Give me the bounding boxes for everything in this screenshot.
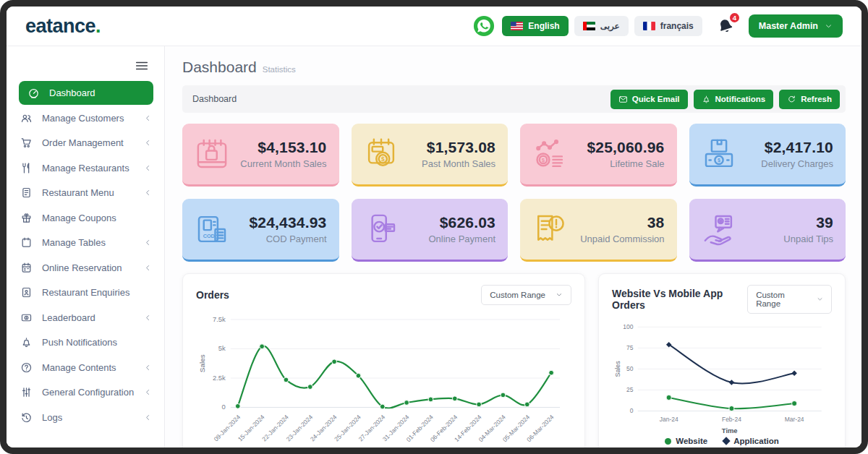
content-area: Dashboard Statistics Dashboard Quick Ema… <box>165 46 861 447</box>
sidebar-item-label: Manage Customers <box>42 113 124 124</box>
stat-card-text: $24,434.93COD Payment <box>249 214 326 244</box>
sidebar-item-label: Manage Restaurants <box>42 163 129 174</box>
chart-canvas: 02.5k5k7.5k09-Jan-202415-Jan-202422-Jan-… <box>196 308 571 447</box>
svg-text:$: $ <box>380 155 384 163</box>
chart-header: OrdersCustom Range <box>196 285 571 305</box>
breadcrumb[interactable]: Dashboard <box>192 94 237 104</box>
stat-card-text: 38Unpaid Commission <box>580 214 664 244</box>
gift-icon <box>20 212 33 224</box>
diamond-marker-icon <box>722 437 730 445</box>
header-notifications-bell[interactable]: 4 <box>717 17 734 35</box>
stat-card-unpaid-commission: 38Unpaid Commission <box>520 199 677 262</box>
language-label: English <box>528 21 559 31</box>
range-selector-value: Custom Range <box>756 291 807 308</box>
svg-text:50: 50 <box>626 365 634 372</box>
stat-value: $626.03 <box>429 214 496 231</box>
website-vs-app-chart-card: Website Vs Mobile App OrdersCustom Range… <box>598 273 846 447</box>
chevron-down-icon <box>825 22 833 30</box>
charts-row: OrdersCustom Range02.5k5k7.5k09-Jan-2024… <box>182 273 846 447</box>
legend-item-application[interactable]: Application <box>723 437 779 445</box>
stat-card-text: $2,417.10Delivery Charges <box>761 139 833 169</box>
language-button-france[interactable]: français <box>634 16 702 36</box>
sidebar-item-label: Push Notifications <box>42 337 117 348</box>
chevron-left-icon <box>143 238 153 247</box>
sidebar-item-label: General Configuration <box>42 387 134 398</box>
chevron-left-icon <box>143 188 153 197</box>
profile-menu-button[interactable]: Master Admin <box>749 14 843 38</box>
sidebar-item-manage-customers[interactable]: Manage Customers <box>7 106 164 131</box>
hand-message-icon <box>699 210 739 249</box>
stat-label: Online Payment <box>429 234 496 244</box>
uae-flag-icon <box>583 22 595 30</box>
language-button-us[interactable]: English <box>502 16 568 36</box>
notification-count-badge: 4 <box>728 12 741 24</box>
range-selector-value: Custom Range <box>490 291 545 299</box>
page-subtitle: Statistics <box>263 65 296 74</box>
language-button-uae[interactable]: عربى <box>574 16 629 36</box>
notifications-button[interactable]: Notifications <box>694 90 774 109</box>
sidebar-item-restaurant-enquiries[interactable]: Restaurant Enquiries <box>7 280 164 306</box>
action-button-label: Quick Email <box>632 95 680 103</box>
chart-legend: WebsiteApplication <box>612 437 832 445</box>
sidebar-item-manage-restaurants[interactable]: Manage Restaurants <box>7 155 164 181</box>
stat-label: Current Month Sales <box>240 158 326 169</box>
users-icon <box>20 112 33 124</box>
chevron-left-icon <box>143 387 153 397</box>
logo-dot: . <box>95 15 101 37</box>
quick-actions: Quick EmailNotificationsRefresh <box>610 90 840 109</box>
orders-chart-card: OrdersCustom Range02.5k5k7.5k09-Jan-2024… <box>182 273 585 447</box>
sidebar-item-push-notifications[interactable]: Push Notifications <box>7 330 164 356</box>
sidebar-toggle[interactable] <box>7 52 164 75</box>
sidebar-item-label: Manage Contents <box>42 362 116 373</box>
sidebar-item-manage-coupons[interactable]: Manage Coupons <box>7 205 164 231</box>
range-selector[interactable]: Custom Range <box>481 285 571 305</box>
language-switcher: Englishعربىfrançais <box>502 16 702 36</box>
email-icon <box>618 95 628 104</box>
circle-marker-icon <box>665 438 671 445</box>
quick-email-button[interactable]: Quick Email <box>610 90 688 109</box>
chart-header: Website Vs Mobile App OrdersCustom Range <box>612 285 832 314</box>
svg-text:100: 100 <box>623 323 633 330</box>
stat-label: Delivery Charges <box>761 158 833 169</box>
chevron-left-icon <box>143 413 153 422</box>
header-right-cluster: Englishعربىfrançais 4 Master Admin <box>473 14 843 38</box>
gauge-icon <box>27 87 40 99</box>
svg-text:2.5k: 2.5k <box>213 374 226 382</box>
legend-item-website[interactable]: Website <box>665 437 707 445</box>
breadcrumb-bar: Dashboard Quick EmailNotificationsRefres… <box>182 85 846 113</box>
svg-text:Time: Time <box>722 427 738 434</box>
sidebar-item-label: Order Management <box>42 137 124 148</box>
sidebar-item-general-configuration[interactable]: General Configuration <box>7 380 164 406</box>
sidebar-item-manage-contents[interactable]: Manage Contents <box>7 355 164 380</box>
svg-text:Jan-24: Jan-24 <box>660 416 678 423</box>
profile-label: Master Admin <box>759 21 818 31</box>
sidebar-item-dashboard[interactable]: Dashboard <box>19 81 153 105</box>
sidebar-item-order-management[interactable]: Order Management <box>7 131 164 156</box>
bell-icon <box>20 336 33 348</box>
sidebar-item-logs[interactable]: Logs <box>7 405 164 430</box>
stat-cards-grid: $4,153.10Current Month Sales$$1,573.08Pa… <box>182 124 846 262</box>
chart-title: Orders <box>196 289 229 301</box>
bell-icon <box>702 95 711 104</box>
range-selector[interactable]: Custom Range <box>747 285 832 314</box>
sliders-icon <box>20 386 33 398</box>
sidebar-item-leaderboard[interactable]: Leaderboard <box>7 305 164 330</box>
stat-card-delivery-charges: $$2,417.10Delivery Charges <box>689 124 846 187</box>
chevron-left-icon <box>143 363 153 372</box>
refresh-button[interactable]: Refresh <box>779 90 840 109</box>
svg-text:$: $ <box>717 157 720 163</box>
sidebar-item-online-reservation[interactable]: Online Reservation <box>7 255 164 280</box>
sidebar-item-label: Manage Coupons <box>42 213 116 223</box>
chevron-left-icon <box>143 163 153 173</box>
chart-canvas: 0255075100Jan-24Feb-24Mar-24TimeSales <box>612 317 832 437</box>
chevron-left-icon <box>143 138 153 147</box>
stat-value: $25,060.96 <box>587 139 664 156</box>
cod-receipt-icon: COD <box>192 210 231 249</box>
sidebar-item-manage-tables[interactable]: Manage Tables <box>7 231 164 256</box>
sidebar-item-restaurant-menu[interactable]: Restaurant Menu <box>7 181 164 206</box>
svg-text:5k: 5k <box>218 344 226 352</box>
contact-card-icon <box>20 286 33 299</box>
stat-card-current-month-sales: $4,153.10Current Month Sales <box>182 124 339 187</box>
reservation-calendar-icon <box>20 262 33 274</box>
whatsapp-icon[interactable] <box>473 15 495 37</box>
